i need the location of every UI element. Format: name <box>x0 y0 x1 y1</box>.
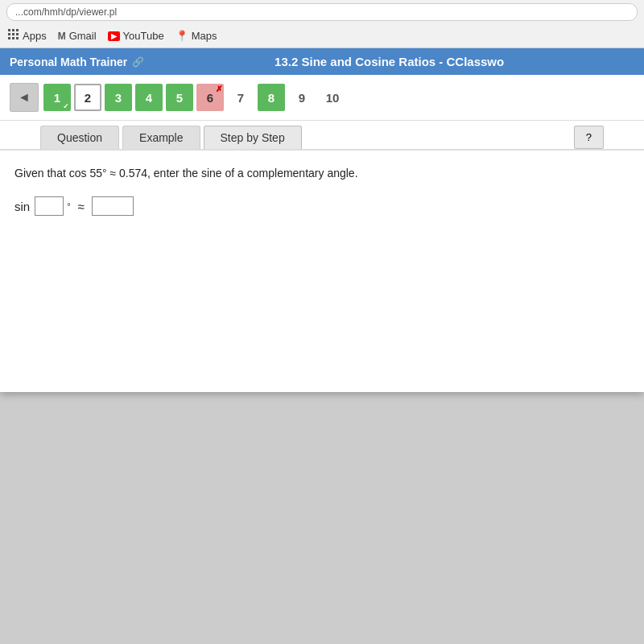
svg-rect-4 <box>12 33 14 35</box>
svg-rect-0 <box>8 29 10 31</box>
section-title: 13.2 Sine and Cosine Ratios - CClasswo <box>144 55 634 68</box>
q8-label: 8 <box>268 91 275 105</box>
q1-label: 1 <box>54 91 60 105</box>
q4-label: 4 <box>146 91 152 105</box>
url-bar: ...com/hmh/dp/viewer.pl <box>6 3 638 21</box>
question-3-btn[interactable]: 3 <box>105 84 132 111</box>
angle-input[interactable] <box>35 196 64 216</box>
browser-window: ...com/hmh/dp/viewer.pl <box>0 0 644 392</box>
question-9-btn[interactable]: 9 <box>288 84 316 111</box>
bookmarks-bar: Apps M Gmail ▶ YouTube 📍 Maps <box>0 24 644 48</box>
approx-symbol: ≈ <box>78 200 85 213</box>
app-title-container: Personal Math Trainer 🔗 <box>10 56 144 68</box>
hint-button[interactable]: ? <box>574 126 604 149</box>
q3-label: 3 <box>115 91 122 105</box>
bookmark-gmail[interactable]: M Gmail <box>58 30 97 42</box>
value-input[interactable] <box>92 196 134 216</box>
gmail-label: Gmail <box>69 30 97 42</box>
question-5-btn[interactable]: 5 <box>166 84 193 111</box>
bookmark-apps[interactable]: Apps <box>8 29 47 43</box>
svg-rect-8 <box>16 37 19 39</box>
app-title-text: Personal Math Trainer <box>10 56 127 68</box>
outer-wrapper: ...com/hmh/dp/viewer.pl <box>0 0 644 644</box>
question-text: Given that cos 55° ≈ 0.574, enter the si… <box>14 165 630 182</box>
svg-rect-5 <box>16 33 19 35</box>
svg-rect-6 <box>8 37 10 39</box>
question-6-btn[interactable]: 6 ✗ <box>196 84 224 111</box>
question-7-btn[interactable]: 7 <box>227 84 254 111</box>
bookmark-youtube[interactable]: ▶ YouTube <box>108 30 164 42</box>
maps-label: Maps <box>192 30 217 42</box>
q2-label: 2 <box>85 91 91 105</box>
youtube-icon: ▶ <box>108 31 120 41</box>
apps-dots-icon <box>8 29 19 43</box>
hint-icon: ? <box>586 131 592 143</box>
q6-label: 6 <box>207 91 213 105</box>
nav-area: ◄ 1 ✓ 2 3 4 <box>0 75 644 121</box>
svg-rect-3 <box>8 33 10 35</box>
q6-x-icon: ✗ <box>216 85 222 93</box>
question-area: Given that cos 55° ≈ 0.574, enter the si… <box>0 151 644 392</box>
degree-symbol: ° <box>67 201 70 211</box>
tab-question[interactable]: Question <box>40 126 119 149</box>
gmail-icon: M <box>58 31 66 42</box>
sin-label: sin <box>14 200 30 213</box>
q10-label: 10 <box>326 91 340 105</box>
question-numbers: 1 ✓ 2 3 4 5 <box>43 84 346 111</box>
question-4-btn[interactable]: 4 <box>135 84 163 111</box>
question-2-btn[interactable]: 2 <box>74 84 101 111</box>
tab-step-by-step[interactable]: Step by Step <box>204 126 302 149</box>
q7-label: 7 <box>237 91 244 105</box>
svg-rect-7 <box>12 37 14 39</box>
external-link-icon: 🔗 <box>132 56 144 68</box>
svg-rect-2 <box>16 29 19 31</box>
question-10-btn[interactable]: 10 <box>319 84 346 111</box>
tabs-area: Question Example Step by Step ? <box>0 121 644 151</box>
maps-icon: 📍 <box>175 30 188 42</box>
nav-back-button[interactable]: ◄ <box>10 83 39 112</box>
q1-check-icon: ✓ <box>63 102 69 110</box>
answer-row: sin ° ≈ <box>14 196 630 216</box>
bookmark-maps[interactable]: 📍 Maps <box>175 30 217 42</box>
youtube-label: YouTube <box>123 30 164 42</box>
app-header: Personal Math Trainer 🔗 13.2 Sine and Co… <box>0 48 644 75</box>
q5-label: 5 <box>176 91 183 105</box>
q9-label: 9 <box>299 91 305 105</box>
tab-example[interactable]: Example <box>122 126 200 149</box>
question-1-btn[interactable]: 1 ✓ <box>43 84 71 111</box>
back-arrow-icon: ◄ <box>18 90 31 105</box>
url-bar-row: ...com/hmh/dp/viewer.pl <box>0 0 644 24</box>
apps-label: Apps <box>23 30 47 42</box>
svg-rect-1 <box>12 29 14 31</box>
question-8-btn[interactable]: 8 <box>258 84 285 111</box>
